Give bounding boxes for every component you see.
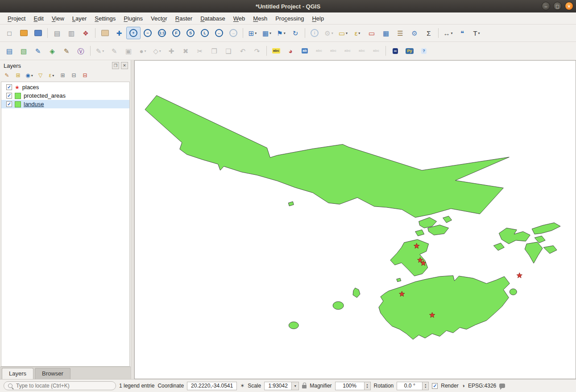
new-map-view-dropdown-icon[interactable]: ▾: [255, 31, 257, 35]
zoom-in-button[interactable]: +: [126, 27, 141, 39]
new-3d-map-view-dropdown-icon[interactable]: ▾: [269, 31, 271, 35]
crs-status-icon[interactable]: ◑: [462, 383, 465, 388]
text-annotation-button[interactable]: T▾: [469, 27, 484, 39]
menu-settings[interactable]: Settings: [91, 14, 120, 23]
add-layer-button[interactable]: ▧: [17, 45, 31, 57]
pan-map-button[interactable]: [98, 27, 112, 39]
map-tips-button[interactable]: ❝: [455, 27, 469, 39]
close-panel-button[interactable]: ✕: [121, 62, 128, 69]
layer-item-landuse[interactable]: ✓landuse: [1, 100, 129, 108]
menu-view[interactable]: View: [48, 14, 68, 23]
scale-combo[interactable]: ▾: [264, 382, 299, 390]
layer-visibility-checkbox[interactable]: ✓: [6, 84, 12, 90]
save-project-button[interactable]: [31, 27, 45, 39]
coordinate-input[interactable]: [187, 382, 237, 390]
measure-dropdown-icon[interactable]: ▾: [451, 31, 452, 35]
new-3d-map-view-button[interactable]: ▦▾: [260, 27, 274, 39]
locate-input[interactable]: [15, 382, 112, 389]
crs-text[interactable]: EPSG:4326: [468, 383, 496, 389]
magnifier-spinbox[interactable]: ▴▾: [335, 382, 371, 390]
menu-database[interactable]: Database: [196, 14, 229, 23]
python-console-button[interactable]: Py: [402, 45, 417, 57]
show-bookmarks-button[interactable]: ⚑▾: [274, 27, 288, 39]
rotation-input[interactable]: [397, 382, 423, 390]
maximize-button[interactable]: ◻: [553, 2, 562, 10]
panel-splitter[interactable]: [131, 60, 134, 379]
osm-place-search-button[interactable]: ∞: [388, 45, 402, 57]
render-checkbox[interactable]: ✓: [432, 383, 438, 389]
manage-map-themes-button[interactable]: ◉▾: [24, 71, 34, 80]
new-spatialite-layer-button[interactable]: ✎: [59, 45, 74, 57]
layer-visibility-checkbox[interactable]: ✓: [6, 93, 12, 99]
new-geopackage-layer-button[interactable]: ◈: [45, 45, 59, 57]
expand-all-button[interactable]: ⊞: [58, 71, 68, 80]
menu-processing[interactable]: Processing: [271, 14, 308, 23]
pan-map-to-selection-button[interactable]: ✚: [112, 27, 126, 39]
filter-by-expression-dropdown-icon[interactable]: ▾: [52, 74, 54, 78]
current-edits-dropdown-icon[interactable]: ▾: [102, 49, 104, 53]
new-project-button[interactable]: □: [2, 27, 17, 39]
layer-item-places[interactable]: ✓★places: [1, 83, 129, 91]
open-attribute-table-button[interactable]: ▦: [379, 27, 393, 39]
data-source-manager-button[interactable]: ▤: [2, 45, 17, 57]
show-bookmarks-dropdown-icon[interactable]: ▾: [284, 31, 286, 35]
new-map-view-button[interactable]: ⊞▾: [245, 27, 260, 39]
layer-diagram-options-button[interactable]: ◕: [283, 45, 298, 57]
show-layout-manager-button[interactable]: ▥: [64, 27, 79, 39]
panel-tab-layers[interactable]: Layers: [2, 368, 33, 379]
layer-labeling-options-button[interactable]: abc: [269, 45, 283, 57]
close-button[interactable]: ×: [565, 2, 573, 10]
collapse-all-button[interactable]: ⊟: [69, 71, 79, 80]
measure-button[interactable]: ↔▾: [441, 27, 455, 39]
menu-web[interactable]: Web: [229, 14, 249, 23]
magnifier-spin-arrows[interactable]: ▴▾: [365, 382, 371, 390]
menu-help[interactable]: Help: [308, 14, 328, 23]
vertex-tool-dropdown-icon[interactable]: ▾: [159, 49, 161, 53]
rotation-spinbox[interactable]: ▴▾: [397, 382, 429, 390]
menu-layer[interactable]: Layer: [68, 14, 91, 23]
style-manager-button[interactable]: ❖: [79, 27, 93, 39]
extents-toggle-icon[interactable]: ✶: [240, 383, 244, 388]
float-panel-button[interactable]: ❐: [112, 62, 119, 69]
new-print-layout-button[interactable]: ▤: [50, 27, 64, 39]
menu-edit[interactable]: Edit: [29, 14, 47, 23]
panel-tab-browser[interactable]: Browser: [35, 368, 70, 379]
zoom-out-button[interactable]: −: [141, 27, 155, 39]
menu-raster[interactable]: Raster: [171, 14, 196, 23]
open-project-button[interactable]: [17, 27, 31, 39]
minimize-button[interactable]: –: [542, 2, 550, 10]
statistical-summary-button[interactable]: Σ: [422, 27, 436, 39]
help-button[interactable]: ?: [417, 45, 431, 57]
layer-label[interactable]: places: [22, 84, 39, 91]
select-features-button[interactable]: ▭▾: [336, 27, 350, 39]
zoom-to-layer-button[interactable]: L: [198, 27, 212, 39]
highlight-pinned-labels-button[interactable]: ab: [298, 45, 312, 57]
map-canvas[interactable]: [134, 60, 576, 379]
processing-options-button[interactable]: ⚙: [407, 27, 422, 39]
scale-lock-icon[interactable]: [302, 385, 307, 388]
zoom-to-selection-button[interactable]: S: [183, 27, 198, 39]
scale-input[interactable]: [264, 382, 292, 390]
select-features-dropdown-icon[interactable]: ▾: [346, 31, 348, 35]
filter-legend-button[interactable]: ▽: [35, 71, 46, 80]
magnifier-input[interactable]: [335, 382, 365, 390]
rotation-spin-arrows[interactable]: ▴▾: [423, 382, 429, 390]
add-feature-dropdown-icon[interactable]: ▾: [145, 49, 146, 53]
filter-by-expression-button[interactable]: ε▾: [46, 71, 57, 80]
remove-layer-button[interactable]: ⊟: [80, 71, 90, 80]
menu-vector[interactable]: Vector: [147, 14, 171, 23]
zoom-native-button[interactable]: 1:1: [155, 27, 169, 39]
text-annotation-dropdown-icon[interactable]: ▾: [478, 31, 480, 35]
layer-label[interactable]: landuse: [24, 101, 44, 107]
deselect-features-button[interactable]: ▭: [365, 27, 379, 39]
layer-item-protected_areas[interactable]: ✓protected_areas: [1, 91, 129, 100]
select-by-expression-button[interactable]: ε▾: [350, 27, 365, 39]
layer-visibility-checkbox[interactable]: ✓: [6, 101, 12, 107]
run-feature-action-dropdown-icon[interactable]: ▾: [332, 31, 333, 35]
open-layer-styling-panel-button[interactable]: ✎: [2, 71, 12, 80]
menu-mesh[interactable]: Mesh: [249, 14, 271, 23]
zoom-full-button[interactable]: F: [169, 27, 183, 39]
manage-map-themes-dropdown-icon[interactable]: ▾: [31, 74, 33, 78]
menu-project[interactable]: Project: [4, 14, 29, 23]
menu-plugins[interactable]: Plugins: [120, 14, 147, 23]
